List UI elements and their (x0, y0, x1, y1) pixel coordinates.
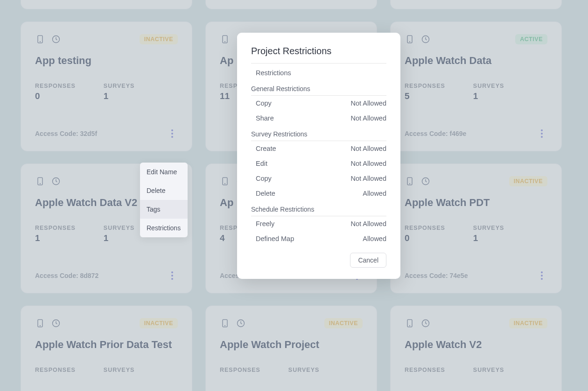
restriction-row: DeleteAllowed (251, 186, 386, 201)
restriction-value: Not Allowed (350, 220, 386, 227)
restriction-value: Not Allowed (350, 145, 386, 152)
restriction-row: EditNot Allowed (251, 156, 386, 171)
restriction-key: Share (256, 114, 274, 122)
restriction-key: Copy (256, 100, 272, 107)
context-menu-edit-name[interactable]: Edit Name (140, 163, 188, 181)
restriction-row: CreateNot Allowed (251, 141, 386, 156)
context-menu-restrictions[interactable]: Restrictions (140, 219, 188, 237)
restriction-key: Delete (256, 190, 275, 197)
restriction-group-header: General Restrictions (251, 80, 386, 96)
modal-title: Project Restrictions (251, 46, 386, 64)
context-menu-delete[interactable]: Delete (140, 181, 188, 200)
restriction-group-header: Schedule Restrictions (251, 201, 386, 216)
restriction-key: Defined Map (256, 235, 294, 242)
restriction-key: Copy (256, 175, 272, 182)
restriction-key: Freely (256, 220, 274, 227)
restriction-value: Not Allowed (350, 114, 386, 122)
card-context-menu: Edit Name Delete Tags Restrictions (140, 163, 188, 237)
restriction-row: FreelyNot Allowed (251, 216, 386, 231)
restriction-value: Not Allowed (350, 175, 386, 182)
context-menu-tags[interactable]: Tags (140, 200, 188, 219)
modal-section-label: Restrictions (251, 64, 386, 80)
restriction-key: Create (256, 145, 276, 152)
restriction-row: CopyNot Allowed (251, 171, 386, 186)
restriction-group-header: Survey Restrictions (251, 126, 386, 141)
restriction-value: Not Allowed (350, 160, 386, 167)
restriction-row: CopyNot Allowed (251, 96, 386, 111)
cancel-button[interactable]: Cancel (350, 253, 386, 268)
project-restrictions-modal: Project Restrictions Restrictions Genera… (237, 33, 400, 279)
restriction-key: Edit (256, 160, 267, 167)
restriction-value: Allowed (363, 235, 386, 242)
restriction-value: Allowed (363, 190, 386, 197)
restriction-row: ShareNot Allowed (251, 111, 386, 126)
restriction-value: Not Allowed (350, 100, 386, 107)
restriction-row: Defined MapAllowed (251, 231, 386, 246)
